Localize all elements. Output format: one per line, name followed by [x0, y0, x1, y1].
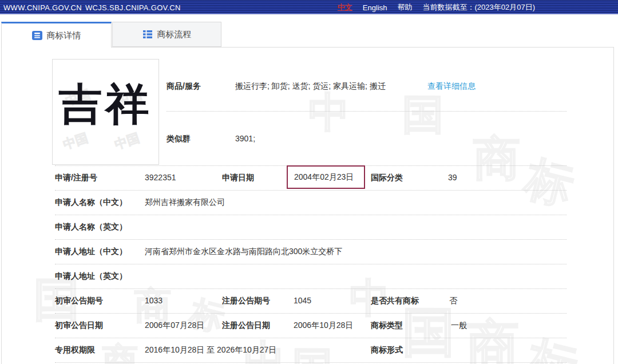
reg-gazette-date-value: 2006年10月28日 [294, 321, 353, 331]
co-owned-label: 是否共有商标 [371, 296, 419, 306]
detail-list-icon [32, 30, 42, 41]
row-separator [55, 288, 566, 289]
tm-form-label: 商标形式 [371, 345, 403, 355]
detail-panel: 中 国 商 标 国 商 标 中 国 商 标 中 国 商 中国 中国 中国 中国 … [1, 47, 614, 364]
intl-class-value: 39 [448, 173, 457, 182]
data-cutoff-date: 当前数据截至：(2023年02月07日) [423, 2, 536, 13]
similar-group-value: 3901; [235, 134, 255, 143]
tab-detail-label: 商标详情 [47, 30, 81, 41]
prelim-gazette-date-value: 2006年07月28日 [145, 321, 204, 331]
goods-value: 搬运行李; 卸货; 送货; 货运; 家具运输; 搬迁 [235, 81, 386, 92]
exclusive-period-label: 专用权期限 [55, 345, 95, 355]
cnipa-url-link[interactable]: WWW.CNIPA.GOV.CN [3, 3, 82, 12]
top-bar-links: 中文 English 帮助 当前数据截至：(2023年02月07日) [338, 0, 535, 15]
reg-gazette-date-label: 注册公告日期 [222, 321, 270, 331]
row-separator [55, 313, 566, 314]
prelim-gazette-date-label: 初审公告日期 [55, 321, 103, 331]
goods-label: 商品/服务 [167, 81, 201, 92]
addr-cn-value: 河南省郑州市金水区金水路与南阳路向北300米立交桥下 [145, 247, 342, 257]
tm-type-label: 商标类型 [371, 321, 403, 331]
highlight-box: 2004年02月23日 [287, 165, 365, 189]
addr-en-label: 申请人地址（英文） [55, 271, 127, 282]
lang-chinese-link[interactable]: 中文 [338, 2, 352, 13]
row-separator [55, 190, 566, 191]
row-separator [55, 264, 566, 264]
app-date-value: 2004年02月23日 [294, 172, 354, 183]
view-details-link[interactable]: 查看详细信息 [427, 81, 476, 92]
co-owned-value: 否 [449, 296, 457, 306]
intl-class-label: 国际分类 [371, 173, 403, 183]
prelim-gazette-no-value: 1033 [145, 296, 163, 305]
app-date-label: 申请日期 [222, 173, 254, 183]
app-no-label: 申请/注册号 [55, 173, 97, 183]
trademark-image: 中国 中国 中国 中国 吉祥 [52, 59, 159, 165]
row-separator [55, 338, 566, 338]
trademark-detail-page: WWW.CNIPA.GOV.CN WCJS.SBJ.CNIPA.GOV.CN 中… [0, 0, 618, 364]
top-bar: WWW.CNIPA.GOV.CN WCJS.SBJ.CNIPA.GOV.CN 中… [0, 0, 618, 15]
trademark-characters: 吉祥 [53, 76, 159, 134]
row-separator [55, 239, 566, 240]
similar-group-label: 类似群 [167, 134, 191, 144]
tab-trademark-detail[interactable]: 商标详情 [1, 22, 112, 48]
reg-gazette-no-label: 注册公告期号 [222, 296, 270, 306]
tm-type-value: 一般 [451, 321, 467, 331]
applicant-en-label: 申请人名称（英文） [55, 222, 127, 232]
site-urls: WWW.CNIPA.GOV.CN WCJS.SBJ.CNIPA.GOV.CN [3, 0, 181, 15]
detail-content: 中国 中国 中国 中国 吉祥 商品/服务 搬运行李; 卸货; 送货; 货运; 家… [2, 48, 613, 364]
applicant-cn-label: 申请人名称（中文） [55, 197, 127, 208]
tab-process-label: 商标流程 [157, 29, 192, 40]
row-separator [55, 215, 566, 215]
process-list-icon [142, 29, 153, 39]
tab-trademark-process[interactable]: 商标流程 [112, 22, 221, 47]
help-link[interactable]: 帮助 [398, 2, 413, 13]
reg-gazette-no-value: 1045 [294, 296, 311, 305]
addr-cn-label: 申请人地址（中文） [55, 247, 127, 257]
applicant-cn-value: 郑州吉祥搬家有限公司 [145, 197, 225, 208]
lang-english-link[interactable]: English [363, 3, 387, 12]
exclusive-period-value: 2016年10月28日 至 2026年10月27日 [145, 345, 276, 355]
wcjs-url-link[interactable]: WCJS.SBJ.CNIPA.GOV.CN [85, 3, 181, 12]
row-separator [55, 362, 566, 363]
row-separator [167, 111, 566, 112]
app-no-value: 3922351 [145, 173, 176, 182]
prelim-gazette-no-label: 初审公告期号 [55, 296, 103, 306]
